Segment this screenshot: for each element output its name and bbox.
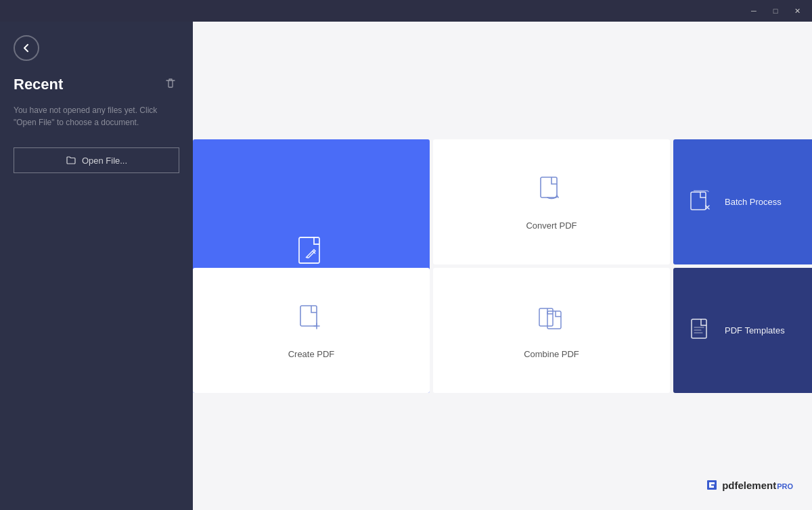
pdf-templates-card[interactable]: PDF Templates (673, 268, 812, 393)
batch-process-label: Batch Process (725, 197, 782, 207)
sidebar-header: Recent (14, 74, 179, 95)
back-button[interactable] (14, 35, 39, 61)
minimize-button[interactable]: ─ (744, 4, 763, 18)
svg-rect-8 (707, 480, 717, 490)
title-bar: ─ □ ✕ (0, 0, 812, 22)
pdf-templates-icon (688, 315, 715, 345)
cards-container: Edit PDF Convert PDF (193, 139, 812, 393)
batch-process-card[interactable]: Batch Process (673, 139, 812, 264)
main-content: Edit PDF Convert PDF (193, 22, 812, 510)
svg-rect-1 (541, 177, 557, 198)
svg-rect-2 (691, 192, 706, 210)
create-pdf-icon (294, 302, 329, 340)
delete-button[interactable] (162, 74, 179, 95)
create-pdf-card[interactable]: Create PDF (193, 268, 430, 393)
open-file-button[interactable]: Open File... (14, 147, 179, 173)
svg-rect-7 (692, 319, 706, 338)
combine-pdf-card[interactable]: Combine PDF (433, 268, 670, 393)
convert-pdf-card[interactable]: Convert PDF (433, 139, 670, 264)
combine-pdf-label: Combine PDF (524, 349, 579, 359)
pdf-templates-label: PDF Templates (725, 325, 785, 335)
create-pdf-label: Create PDF (288, 349, 335, 359)
close-button[interactable]: ✕ (788, 4, 807, 18)
window-controls: ─ □ ✕ (744, 4, 807, 18)
brand-name: pdfelementPRO (722, 480, 793, 491)
svg-rect-3 (300, 306, 317, 326)
brand-pro-badge: PRO (777, 482, 793, 490)
app-body: Recent You have not opened any files yet… (0, 22, 812, 510)
empty-message: You have not opened any files yet. Click… (14, 104, 179, 129)
open-file-label: Open File... (82, 156, 127, 166)
svg-rect-0 (299, 237, 319, 263)
sidebar: Recent You have not opened any files yet… (0, 22, 193, 510)
brand: pdfelementPRO (706, 479, 793, 491)
batch-process-icon (688, 187, 715, 216)
brand-logo-icon (706, 479, 718, 491)
sidebar-title: Recent (14, 76, 63, 93)
convert-pdf-label: Convert PDF (526, 221, 577, 231)
combine-pdf-icon (534, 302, 569, 340)
maximize-button[interactable]: □ (766, 4, 785, 18)
convert-pdf-icon (534, 173, 569, 211)
